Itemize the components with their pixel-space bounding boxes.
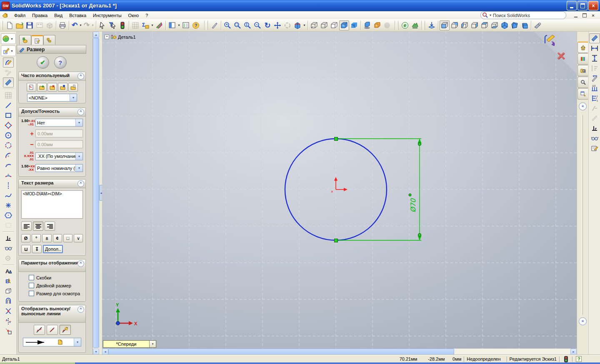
checkbox-brackets[interactable] <box>29 275 34 280</box>
parallelogram-button[interactable] <box>3 120 14 130</box>
checkbox-dual-dimension[interactable] <box>29 283 34 288</box>
view-orientation-combo[interactable]: *Спереди ▾ <box>103 340 156 348</box>
tab-configurationmanager[interactable] <box>43 35 55 45</box>
rotate-view-flyout-button[interactable]: ▾ <box>1 33 16 44</box>
dimension-handle[interactable] <box>418 142 421 145</box>
display-relations-button[interactable] <box>589 133 600 143</box>
arrow-style-combo-arrow-icon[interactable]: ▾ <box>74 338 81 346</box>
publish-button[interactable] <box>410 20 420 30</box>
tangent-arc-button[interactable] <box>3 160 14 170</box>
sketch-tool-button[interactable] <box>210 20 220 30</box>
save-button[interactable] <box>25 20 35 30</box>
align-right-button[interactable] <box>45 222 55 231</box>
collapse-chevron-icon[interactable]: ^ <box>78 180 84 187</box>
combo-arrow-icon[interactable]: ▾ <box>75 119 82 126</box>
realview-button[interactable] <box>372 20 382 30</box>
menu-tools[interactable]: Инструменты <box>90 12 125 19</box>
line-button[interactable] <box>3 100 14 110</box>
panel-scrollbar[interactable]: ▲ ▼ <box>93 32 99 355</box>
minimize-button[interactable] <box>567 1 577 10</box>
more-symbols-button[interactable]: ∨ <box>74 234 83 242</box>
tab-featuremanager[interactable] <box>19 35 31 45</box>
print-button[interactable] <box>58 20 68 30</box>
shaded-button[interactable] <box>349 20 359 30</box>
panel-scrollbar-thumb[interactable] <box>93 38 99 348</box>
sketch-flyout-button[interactable]: ▾ <box>1 45 16 56</box>
section-view-button[interactable] <box>292 20 302 30</box>
sketch-origin[interactable]: × <box>331 177 348 194</box>
close-button[interactable]: × <box>588 1 598 10</box>
flyout-feature-tree[interactable]: + Деталь1 <box>105 34 136 40</box>
favorites-combo-arrow-icon[interactable]: ▾ <box>70 94 77 101</box>
tolerance-type-combo[interactable]: Нет▾ <box>35 119 83 127</box>
measure-dropdown-icon[interactable]: ▾ <box>150 23 154 27</box>
more-dimension-text-button[interactable]: Допол.. <box>43 245 63 253</box>
undo-button[interactable]: ↶ <box>70 20 79 30</box>
add-relation-button[interactable] <box>589 123 600 133</box>
inside-leader-button[interactable] <box>47 325 58 335</box>
outside-leader-button[interactable] <box>34 325 45 335</box>
toolbar-grip[interactable] <box>2 21 3 30</box>
open-button[interactable] <box>15 20 25 30</box>
undo-dropdown-icon[interactable]: ▾ <box>79 23 82 27</box>
edrawings-button[interactable]: e <box>400 20 410 30</box>
status-reload-button[interactable] <box>562 356 570 362</box>
flyout-dropdown-icon[interactable]: ▾ <box>10 49 14 53</box>
vertical-ordinate-button[interactable]: 123 <box>589 93 600 103</box>
precision-combo[interactable]: .XX (По умолчанию▾ <box>35 152 83 160</box>
tab-search[interactable] <box>578 77 588 88</box>
view-top-button[interactable] <box>480 20 490 30</box>
horizontal-dimension-button[interactable] <box>589 43 600 53</box>
selection-filter-button[interactable] <box>108 20 118 30</box>
tree-part-label[interactable]: Деталь1 <box>118 35 136 40</box>
dimension-text-area[interactable]: <MOD-DIAM><DIM> <box>21 190 83 219</box>
perimeter-circle-button[interactable] <box>3 140 14 150</box>
feature-statistics-button[interactable] <box>154 20 164 30</box>
tab-view-palette[interactable] <box>578 88 588 100</box>
help-button[interactable]: ? <box>191 20 201 30</box>
align-left-button[interactable] <box>21 222 32 231</box>
new-document-button[interactable] <box>5 20 15 30</box>
restore-button[interactable] <box>578 1 588 10</box>
view-combo-arrow-icon[interactable]: ▾ <box>149 341 156 347</box>
delete-favorite-button[interactable] <box>48 83 57 92</box>
split-pane-button[interactable] <box>167 20 177 30</box>
tab-design-library[interactable] <box>578 53 588 65</box>
convert-entities-button[interactable] <box>3 286 14 296</box>
cancel-sketch-icon[interactable]: × <box>557 49 565 62</box>
scroll-up-button[interactable]: ▲ <box>93 32 99 38</box>
hidden-lines-visible-button[interactable] <box>319 20 329 30</box>
polygon-button[interactable] <box>3 210 14 220</box>
tab-solidworks-resources[interactable] <box>578 42 588 53</box>
diameter-symbol-button[interactable]: Ø <box>21 234 30 242</box>
point-button[interactable] <box>3 200 14 210</box>
panel-help-button[interactable]: ? <box>54 56 67 69</box>
zoom-to-selection-button[interactable]: − <box>252 20 262 30</box>
tolerance-precision-combo[interactable]: Равно номиналу (Г▾ <box>35 164 83 172</box>
search-dropdown-icon[interactable]: ▾ <box>490 13 491 17</box>
scroll-left-button[interactable]: ◄ <box>102 349 108 355</box>
view-bottom-button[interactable] <box>490 20 500 30</box>
sketch-canvas[interactable]: Ø70 × Y X <box>102 32 577 355</box>
rectangle-button[interactable] <box>3 110 14 120</box>
exit-sketch-icon[interactable] <box>542 34 558 49</box>
combo-arrow-icon[interactable]: ▾ <box>75 165 82 172</box>
view-orientation-button[interactable] <box>532 20 542 30</box>
measure-button[interactable]: Σ <box>140 20 150 30</box>
sketch-button[interactable] <box>3 57 14 67</box>
wireframe-button[interactable] <box>309 20 319 30</box>
graphics-area[interactable]: Ø70 × Y X + Деталь1 × <box>102 32 577 355</box>
rotate-view-button[interactable]: ↻ <box>262 20 272 30</box>
counterbore-symbol-button[interactable]: ⊔ <box>21 245 31 253</box>
collapse-chevron-icon[interactable]: ^ <box>78 306 84 313</box>
view-isometric-button[interactable] <box>500 20 510 30</box>
view-trimetric-button[interactable] <box>510 20 520 30</box>
collapse-chevron-icon[interactable]: ^ <box>78 73 84 80</box>
trim-entities-button[interactable] <box>3 306 14 316</box>
dimension-handle[interactable] <box>418 233 421 236</box>
task-pane-grip[interactable] <box>582 115 583 315</box>
child-restore-button[interactable] <box>581 12 588 18</box>
load-favorite-button[interactable] <box>68 83 78 92</box>
apply-defaults-button[interactable] <box>27 83 36 92</box>
plus-minus-symbol-button[interactable]: ± <box>42 234 51 242</box>
